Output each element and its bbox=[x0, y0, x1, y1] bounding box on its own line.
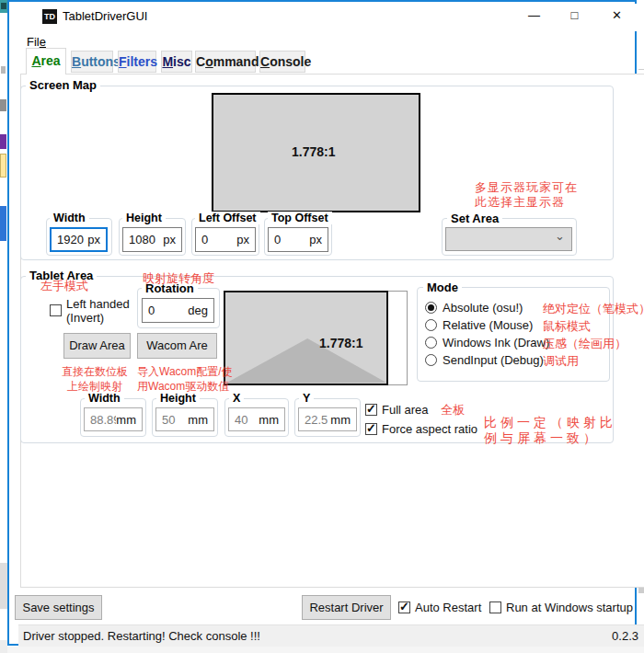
annotation-set-area: 多显示器玩家可在此选择主显示器 bbox=[475, 180, 578, 210]
maximize-button[interactable]: □ bbox=[554, 2, 595, 29]
mode-absolute-label: Absolute (osu!) bbox=[443, 301, 523, 315]
top-offset-input[interactable]: px bbox=[268, 227, 328, 252]
left-offset-input[interactable]: px bbox=[195, 227, 256, 252]
unit-label: px bbox=[236, 233, 255, 246]
run-at-startup-label: Run at Windows startup bbox=[506, 601, 633, 614]
force-aspect-ratio-label: Force aspect ratio bbox=[382, 422, 477, 436]
run-at-startup-checkbox[interactable] bbox=[489, 601, 501, 613]
tab-area[interactable]: Area bbox=[26, 48, 66, 74]
mode-sendinput-label: SendInput (Debug) bbox=[443, 353, 544, 367]
tab-misc[interactable]: Misc bbox=[161, 51, 192, 73]
background-fragment bbox=[0, 563, 7, 609]
tablet-width-input[interactable]: mm bbox=[84, 407, 143, 431]
background-fragment bbox=[0, 134, 6, 149]
background-bottom bbox=[7, 647, 644, 653]
unit-label: px bbox=[309, 233, 328, 246]
tab-commands[interactable]: Commands bbox=[195, 51, 256, 73]
annotation-wacom-area: 导入Wacom配置/使用Wacom驱动数值 bbox=[137, 364, 233, 394]
screen-width-input[interactable]: px bbox=[50, 227, 108, 252]
mode-relative-label: Relative (Mouse) bbox=[443, 318, 533, 332]
check-icon: ✓ bbox=[399, 600, 409, 613]
background-fragment bbox=[1, 3, 6, 9]
restart-driver-button[interactable]: Restart Driver bbox=[302, 595, 391, 620]
mode-windows-ink-radio[interactable] bbox=[425, 337, 437, 349]
draw-area-button[interactable]: Draw Area bbox=[63, 333, 131, 359]
tablet-ratio-label: 1.778:1 bbox=[319, 336, 362, 350]
auto-restart-label: Auto Restart bbox=[415, 601, 481, 614]
background-window-left bbox=[0, 0, 7, 653]
status-bar: Driver stopped. Restarting! Check consol… bbox=[18, 624, 644, 647]
mode-absolute-radio[interactable] bbox=[425, 302, 437, 314]
tablet-preview-area[interactable] bbox=[224, 291, 388, 385]
screenshot-root: TD TabletDriverGUI — □ ✕ File Area Butto… bbox=[0, 0, 644, 653]
annotation-mode-relative: 鼠标模式 bbox=[543, 319, 591, 334]
full-area-checkbox[interactable]: ✓ bbox=[365, 404, 377, 416]
force-aspect-ratio-checkbox[interactable]: ✓ bbox=[365, 423, 377, 435]
top-offset-label: Top Offset bbox=[268, 212, 332, 224]
set-area-dropdown[interactable]: ⌄ bbox=[445, 227, 572, 251]
annotation-mode-windows-ink: 压感（绘画用） bbox=[543, 337, 627, 351]
tab-filters[interactable]: Filters bbox=[118, 51, 156, 73]
background-fragment bbox=[0, 206, 6, 241]
left-handed-checkbox[interactable] bbox=[50, 304, 62, 316]
close-button[interactable]: ✕ bbox=[596, 2, 638, 29]
background-fragment bbox=[0, 99, 6, 111]
rotation-input[interactable]: deg bbox=[142, 298, 214, 323]
app-window: TD TabletDriverGUI — □ ✕ File Area Butto… bbox=[7, 0, 637, 646]
version-label: 0.2.3 bbox=[612, 629, 638, 643]
save-settings-button[interactable]: Save settings bbox=[15, 595, 102, 620]
tablet-x-input[interactable]: mm bbox=[228, 407, 285, 431]
tablet-height-label: Height bbox=[156, 392, 200, 405]
background-fragment bbox=[638, 69, 644, 70]
unit-label: mm bbox=[330, 413, 356, 427]
annotation-full-area: 全板 bbox=[441, 403, 465, 418]
tablet-y-label: Y bbox=[299, 392, 314, 405]
tablet-height-input[interactable]: mm bbox=[155, 407, 214, 431]
left-offset-label: Left Offset bbox=[195, 212, 260, 224]
screen-map-title: Screen Map bbox=[26, 78, 100, 92]
mode-sendinput-radio[interactable] bbox=[425, 354, 437, 366]
annotation-force-aspect: 比例一定（映射比例与屏幕一致） bbox=[484, 415, 616, 446]
background-fragment bbox=[0, 154, 6, 178]
screen-width-label: Width bbox=[50, 212, 89, 224]
unit-label: mm bbox=[116, 413, 142, 427]
minimize-button[interactable]: — bbox=[513, 2, 555, 29]
mode-windows-ink-label: Windows Ink (Draw) bbox=[443, 336, 549, 349]
chevron-down-icon: ⌄ bbox=[555, 229, 565, 243]
unit-label: mm bbox=[188, 413, 213, 427]
wacom-area-button[interactable]: Wacom Are bbox=[137, 333, 217, 359]
full-area-label: Full area bbox=[382, 403, 429, 417]
screen-map-ratio-label: 1.778:1 bbox=[292, 144, 335, 159]
app-icon: TD bbox=[42, 9, 57, 24]
annotation-left-handed: 左手模式 bbox=[40, 279, 88, 293]
check-icon: ✓ bbox=[366, 402, 376, 416]
check-icon: ✓ bbox=[366, 421, 376, 435]
annotation-mode-absolute: 绝对定位（笔模式） bbox=[543, 302, 644, 316]
screen-height-input[interactable]: px bbox=[122, 227, 182, 252]
status-message: Driver stopped. Restarting! Check consol… bbox=[23, 629, 260, 643]
annotation-rotation: 映射旋转角度 bbox=[143, 271, 214, 286]
unit-label: px bbox=[163, 233, 181, 246]
tab-console[interactable]: Console bbox=[259, 51, 305, 73]
set-area-label: Set Area bbox=[447, 212, 502, 225]
unit-label: px bbox=[87, 233, 106, 246]
auto-restart-checkbox[interactable]: ✓ bbox=[398, 601, 410, 613]
mode-title: Mode bbox=[423, 281, 462, 294]
annotation-draw-area: 直接在数位板上绘制映射 bbox=[62, 364, 128, 394]
screen-height-label: Height bbox=[122, 212, 166, 224]
tab-buttons[interactable]: Buttons bbox=[71, 51, 113, 73]
window-title: TabletDriverGUI bbox=[63, 9, 147, 23]
background-fragment bbox=[1, 66, 6, 74]
tablet-y-input[interactable]: mm bbox=[298, 407, 357, 431]
background-fragment bbox=[0, 640, 7, 653]
annotation-mode-sendinput: 调试用 bbox=[543, 354, 579, 369]
unit-label: deg bbox=[188, 304, 213, 317]
unit-label: mm bbox=[259, 413, 284, 427]
left-handed-label: Left handed(Invert) bbox=[66, 297, 130, 325]
tablet-width-label: Width bbox=[85, 392, 124, 405]
tablet-x-label: X bbox=[229, 392, 244, 405]
mode-relative-radio[interactable] bbox=[425, 319, 437, 331]
